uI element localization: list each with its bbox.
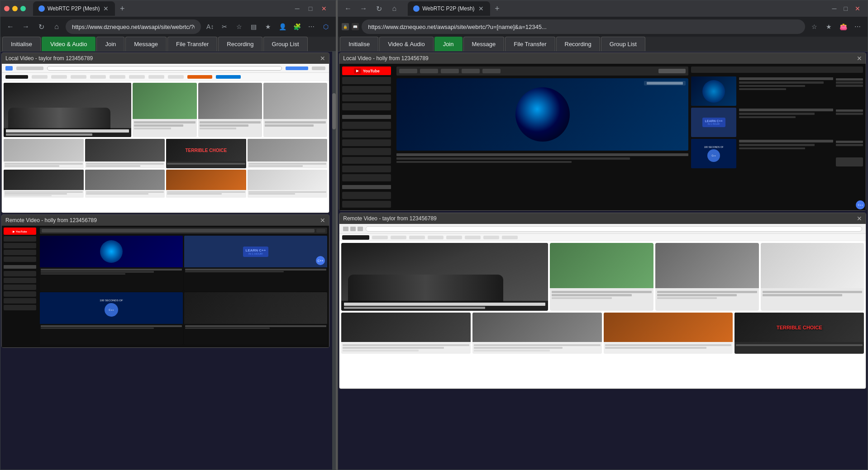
left-tab-bar: WebRTC P2P (Mesh) ✕ + [29,0,288,17]
right-bookmark-icon[interactable]: ☆ [808,20,820,33]
left-tab-webrtc[interactable]: WebRTC P2P (Mesh) ✕ [33,1,115,16]
card-4-img [263,83,327,119]
left-bookmark-icon[interactable]: ☆ [233,20,245,33]
left-tab-message[interactable]: Message [125,37,167,51]
ls-expand [836,157,863,166]
left-menu-icon[interactable]: ⋯ [305,20,318,33]
cpp-box: LEARN C++ IN 1 HOUR! [243,247,269,257]
r-row4-terrible: TERRIBLE CHOICE [734,313,864,354]
right-win-close[interactable]: ✕ [851,3,864,14]
rr1-l2 [343,347,444,349]
ls7 [836,144,863,146]
right-tab-webrtc[interactable]: WebRTC P2P (Mesh) ✕ [408,1,490,16]
left-back-btn[interactable]: ← [4,20,17,33]
left-local-msn-content: TERRIBLE CHOICE [2,64,329,213]
left-home-btn[interactable]: ⌂ [50,20,63,33]
r-yt-label2 [342,185,391,190]
100s-icon: C++ [707,149,720,162]
yt-featured-video [396,78,688,151]
yt-item2 [4,250,36,255]
r-yt-s4 [342,148,391,155]
left-maximize-btn[interactable] [20,6,26,11]
r-c4-l2 [763,294,842,296]
r1 [248,191,327,193]
left-extensions-icon[interactable]: 🧩 [291,20,303,33]
left-close-btn[interactable] [4,6,10,11]
left-browser-window: WebRTC P2P (Mesh) ✕ + ─ □ ✕ ← → ↻ ⌂ A↕ ✂… [0,0,337,470]
left-scrollbar-thumb[interactable] [332,93,336,129]
cpp2-text: LEARN C++ [705,119,723,123]
left-win-minimize[interactable]: ─ [291,3,303,14]
right-local-video-content: ▶ YouTube [339,64,866,210]
right-url-input[interactable] [362,19,805,34]
right-remote-video-close[interactable]: ✕ [857,215,862,222]
left-remote-video-panel: Remote Video - holly from 123456789 ✕ ▶ … [1,214,329,348]
right-local-video-close[interactable]: ✕ [857,55,862,62]
r-c3-img [655,243,759,288]
r-r4-img: TERRIBLE CHOICE [734,313,864,342]
yt-section2 [4,278,36,283]
left-url-input[interactable] [66,19,201,34]
ls1 [836,78,863,81]
left-reload-btn[interactable]: ↻ [35,20,48,33]
left-tab-close[interactable]: ✕ [102,4,110,13]
right-remote-video-header: Remote Video - taylor from 123456789 ✕ [339,213,866,224]
right-win-restore[interactable]: □ [840,3,851,14]
left-win-restore[interactable]: □ [305,3,316,14]
right-new-tab-btn[interactable]: + [491,2,504,15]
left-edge-icon[interactable]: ⬡ [320,20,332,33]
left-tab-file-transfer[interactable]: File Transfer [167,37,217,51]
100s-text: 100 SECONDS OF [704,146,724,148]
right-tab-recording[interactable]: Recording [556,37,600,51]
yt-cpp-thumb: LEARN C++ IN 1 HOUR! C++ [184,236,327,267]
left-screenshot-icon[interactable]: ✂ [218,20,231,33]
right-wallet-icon[interactable]: 👛 [837,20,849,33]
right-tab-file-transfer[interactable]: File Transfer [505,37,555,51]
right-tab-close[interactable]: ✕ [477,4,485,13]
right-tab-join[interactable]: Join [434,37,463,51]
left-tab-video-audio[interactable]: Video & Audio [42,37,95,51]
row-card-3: TERRIBLE CHOICE [166,139,246,168]
right-tab-initialise[interactable]: Initialise [340,37,378,51]
left-minimize-btn[interactable] [12,6,18,11]
r-r3-img [604,313,733,342]
left-tab-join[interactable]: Join [96,37,124,51]
right-browser-window: ← → ↻ ⌂ WebRTC P2P (Mesh) ✕ + ─ □ ✕ 🔒 📖 [338,0,868,470]
right-back-btn[interactable]: ← [342,2,354,15]
right-win-minimize[interactable]: ─ [829,3,840,14]
yt-list-3: 100 SECONDS OF C++ [691,139,863,168]
r-c2-l3 [552,297,611,299]
yt-section4 [4,291,36,297]
right-tab-group-list[interactable]: Group List [601,37,645,51]
left-tab-recording[interactable]: Recording [218,37,262,51]
left-sidebar-icon[interactable]: ▤ [247,20,260,33]
rr3-l2 [605,347,706,349]
left-new-tab-btn[interactable]: + [116,2,129,15]
left-local-row-grid2 [2,170,329,199]
yt-featured-col [396,66,688,208]
right-tab-video-audio[interactable]: Video & Audio [379,37,433,51]
left-translate-icon[interactable]: A↕ [204,20,216,33]
100-cpp: C++ [109,309,114,311]
left-scrollbar-track[interactable] [332,52,336,470]
msn-search-box[interactable] [47,66,282,71]
left-tab-group-list[interactable]: Group List [263,37,308,51]
left-forward-btn[interactable]: → [19,20,32,33]
right-collection-icon[interactable]: ★ [822,20,835,33]
right-home-btn[interactable]: ⌂ [388,2,401,15]
right-tab-message[interactable]: Message [463,37,505,51]
row-card-1 [4,139,84,168]
left-local-video-close[interactable]: ✕ [320,55,325,62]
yt-list-2-info [738,108,834,137]
right-more-icon[interactable]: ⋯ [851,20,864,33]
right-reload-btn[interactable]: ↻ [372,2,385,15]
left-collection-icon[interactable]: ★ [262,20,274,33]
right-nav-tabs: Initialise Video & Audio Join Message Fi… [338,37,868,52]
yt-n-manage [658,69,686,73]
card-4 [263,83,327,137]
left-tab-initialise[interactable]: Initialise [2,37,41,51]
left-win-close[interactable]: ✕ [318,3,330,14]
right-forward-btn[interactable]: → [357,2,370,15]
left-profile-icon[interactable]: 👤 [276,20,289,33]
left-remote-video-close[interactable]: ✕ [320,217,325,224]
